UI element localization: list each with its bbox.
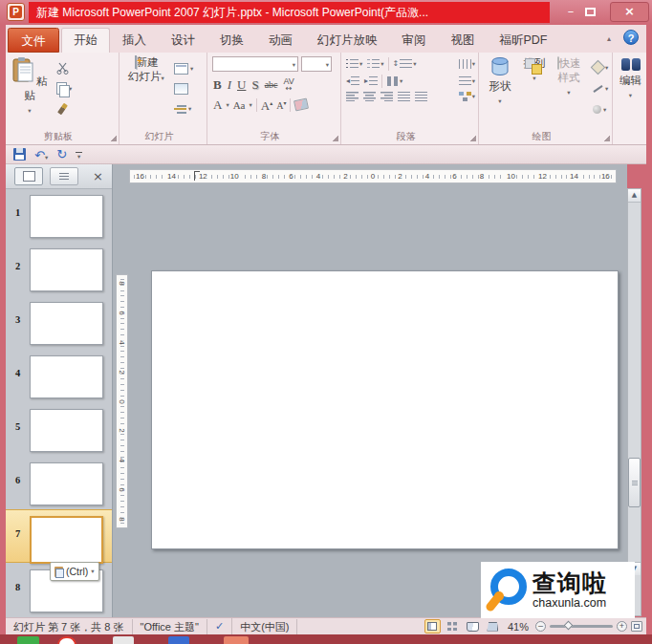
increase-indent-button[interactable]: ▸ <box>363 76 379 86</box>
taskbar-icon[interactable] <box>168 636 189 644</box>
tab-outline[interactable] <box>50 167 78 185</box>
slide-thumbnail-row[interactable]: 3 <box>6 295 112 349</box>
editing-dropdown-icon[interactable]: ▾ <box>629 92 632 99</box>
font-size-combobox[interactable]: ▾ <box>301 56 332 72</box>
align-left-button[interactable] <box>345 92 359 101</box>
reset-button[interactable] <box>173 79 205 97</box>
text-direction-button[interactable]: ▾ <box>458 59 476 69</box>
grow-font-button[interactable]: A▴ <box>261 97 272 113</box>
slide-editing-area[interactable] <box>151 270 619 549</box>
shape-effects-button[interactable]: ▾ <box>592 100 610 118</box>
zoom-in-icon[interactable]: + <box>617 621 627 632</box>
font-size-dropdown-icon[interactable]: ▾ <box>326 61 329 69</box>
columns-button[interactable]: ▾ <box>385 76 403 86</box>
font-name-dropdown-icon[interactable]: ▾ <box>293 61 295 69</box>
reading-view-button[interactable] <box>465 619 481 633</box>
italic-button[interactable]: I <box>228 78 231 92</box>
undo-dropdown-icon[interactable]: ▾ <box>45 154 48 161</box>
copy-button[interactable]: ▾ <box>55 79 117 97</box>
slide-thumbnail[interactable] <box>30 409 103 452</box>
section-dropdown-icon[interactable]: ▾ <box>188 105 191 113</box>
ruler-indent-marker[interactable] <box>194 171 200 181</box>
paste-options-button[interactable]: (Ctrl) ▾ <box>50 562 99 581</box>
zoom-out-icon[interactable]: – <box>535 621 546 632</box>
help-icon[interactable]: ? <box>623 30 639 45</box>
slide-thumbnail[interactable] <box>30 355 103 398</box>
taskbar-icon[interactable] <box>57 636 76 644</box>
convert-smartart-button[interactable]: ▾ <box>458 92 476 101</box>
font-color-dropdown-icon[interactable]: ▾ <box>226 101 228 109</box>
ribbon-tab[interactable]: 插入 <box>110 28 159 53</box>
bullets-button[interactable]: ▾ <box>345 59 363 69</box>
section-button[interactable]: ▾ <box>173 99 205 118</box>
slide-thumbnail-row[interactable]: 6 <box>6 456 112 509</box>
strikethrough-button[interactable]: abc <box>265 78 278 92</box>
new-slide-dropdown-icon[interactable]: ▾ <box>162 75 164 82</box>
ribbon-tab[interactable]: 切换 <box>207 28 256 53</box>
quick-styles-dropdown-icon[interactable]: ▾ <box>567 89 570 97</box>
slide-thumbnail-row[interactable]: 2 <box>6 242 112 295</box>
clear-formatting-icon[interactable] <box>293 98 309 112</box>
justify-button[interactable] <box>397 92 411 101</box>
layout-dropdown-icon[interactable]: ▾ <box>190 65 193 73</box>
ribbon-tab[interactable]: 幻灯片放映 <box>305 28 390 53</box>
scroll-up-icon[interactable]: ▲ <box>628 189 641 203</box>
horizontal-ruler[interactable]: 1614121086420246810121416 <box>129 169 617 183</box>
fit-to-window-icon[interactable] <box>631 621 642 632</box>
change-case-button[interactable]: Aa <box>233 98 246 112</box>
paste-options-dropdown-icon[interactable]: ▾ <box>91 568 94 575</box>
scrollbar-thumb[interactable] <box>628 458 641 507</box>
slide-thumbnail-row[interactable]: 1 <box>6 188 112 242</box>
collapse-ribbon-icon[interactable]: ▴ <box>602 33 616 44</box>
slide-thumbnail-row[interactable]: 5 <box>6 402 112 456</box>
align-right-button[interactable] <box>380 92 394 101</box>
spell-check-status[interactable]: ✓ <box>207 618 232 634</box>
close-button[interactable]: × <box>610 2 649 22</box>
language-indicator[interactable]: 中文(中国) <box>232 619 297 634</box>
powerpoint-app-icon[interactable]: P <box>7 3 25 21</box>
slide-thumbnail[interactable] <box>30 302 103 345</box>
tab-file[interactable]: 文件 <box>8 28 59 53</box>
underline-button[interactable]: U <box>237 78 246 92</box>
ribbon-tab[interactable]: 动画 <box>256 28 305 53</box>
shape-fill-button[interactable]: ▾ <box>592 58 610 76</box>
ribbon-tab[interactable]: 开始 <box>61 28 110 53</box>
change-case-dropdown-icon[interactable]: ▾ <box>249 101 251 109</box>
editing-button[interactable]: 编辑 ▾ <box>617 58 644 99</box>
dialog-launcher-icon[interactable] <box>602 134 610 141</box>
minimize-button[interactable]: – <box>562 2 579 22</box>
format-painter-button[interactable] <box>55 99 117 118</box>
shapes-dropdown-icon[interactable]: ▾ <box>498 97 501 105</box>
font-color-button[interactable]: A <box>213 98 222 112</box>
slide-thumbnail-row[interactable]: 7 <box>6 509 112 563</box>
bold-button[interactable]: B <box>213 78 222 92</box>
customize-quick-access-icon[interactable]: ▾ <box>76 150 82 160</box>
zoom-slider-thumb[interactable] <box>564 621 574 631</box>
align-text-button[interactable]: ▾ <box>458 76 476 86</box>
slide-thumbnail[interactable] <box>30 195 103 238</box>
slide-sorter-view-button[interactable] <box>445 619 461 633</box>
slideshow-view-button[interactable] <box>485 619 501 633</box>
shapes-button[interactable]: 形状 ▾ <box>483 55 517 129</box>
tab-slides-thumbnails[interactable] <box>14 167 43 185</box>
save-icon[interactable] <box>13 148 26 161</box>
slide-thumbnail[interactable] <box>30 248 103 291</box>
vertical-scrollbar[interactable]: ▲ ▼ <box>627 188 641 616</box>
ribbon-tab[interactable]: 审阅 <box>390 28 439 53</box>
paste-button[interactable]: 粘贴 ▾ <box>10 55 50 128</box>
taskbar-icon[interactable] <box>17 636 39 644</box>
maximize-button[interactable] <box>585 8 596 16</box>
dialog-launcher-icon[interactable] <box>109 134 117 141</box>
decrease-indent-button[interactable]: ◂ <box>345 76 360 86</box>
zoom-slider[interactable] <box>550 625 613 628</box>
slide-thumbnail[interactable] <box>30 516 103 564</box>
undo-button[interactable]: ↶▾ <box>34 146 48 163</box>
taskbar-icon[interactable] <box>113 636 134 644</box>
text-shadow-button[interactable]: S <box>251 78 258 92</box>
align-center-button[interactable] <box>362 92 377 101</box>
dialog-launcher-icon[interactable] <box>331 134 338 141</box>
shape-outline-button[interactable]: ▾ <box>592 79 610 97</box>
paste-dropdown-icon[interactable]: ▾ <box>28 107 31 115</box>
shrink-font-button[interactable]: A▾ <box>276 97 286 113</box>
new-slide-button[interactable]: 新建 幻灯片▾ <box>123 55 169 128</box>
